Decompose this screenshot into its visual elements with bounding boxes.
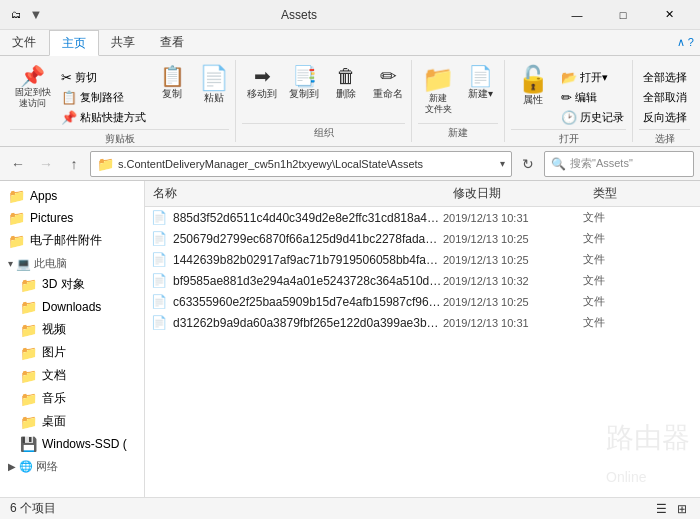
table-row[interactable]: 📄 d31262b9a9da60a3879fbf265e122d0a399ae3… [145, 312, 700, 333]
close-button[interactable]: ✕ [646, 0, 692, 30]
column-header-type[interactable]: 类型 [585, 181, 700, 206]
column-header-date[interactable]: 修改日期 [445, 181, 585, 206]
folder-icon-downloads: 📁 [20, 299, 37, 315]
sidebar-item-label-documents: 文档 [42, 367, 66, 384]
search-box[interactable]: 🔍 搜索"Assets" [544, 151, 694, 177]
folder-icon-documents: 📁 [20, 368, 37, 384]
list-view-icon[interactable]: ☰ [653, 502, 670, 516]
sidebar-item-label-downloads: Downloads [42, 300, 101, 314]
up-button[interactable]: ↑ [62, 152, 86, 176]
file-icon: 📄 [151, 231, 167, 246]
sidebar-item-apps[interactable]: 📁 Apps [0, 185, 144, 207]
tab-share[interactable]: 共享 [99, 30, 148, 55]
sidebar-section-network[interactable]: ▶ 🌐 网络 [0, 455, 144, 476]
sidebar-item-3dobjects[interactable]: 📁 3D 对象 [0, 273, 144, 296]
copy-path-button[interactable]: 📋 复制路径 [57, 88, 150, 107]
edit-label: 编辑 [575, 90, 597, 105]
copy-button[interactable]: 📋 复制 [152, 64, 192, 103]
open-icon: 📂 [561, 70, 577, 85]
quick-access-icon[interactable]: ▼ [28, 7, 44, 23]
sidebar-item-documents[interactable]: 📁 文档 [0, 364, 144, 387]
sidebar-item-videos[interactable]: 📁 视频 [0, 318, 144, 341]
folder-icon-email: 📁 [8, 233, 25, 249]
cut-button[interactable]: ✂ 剪切 [57, 68, 150, 87]
ribbon-group-new: 📁 新建文件夹 📄 新建▾ 新建 [412, 60, 505, 142]
select-none-label: 全部取消 [643, 90, 687, 105]
ribbon-group-open: 🔓 属性 📂 打开▾ ✏ 编辑 🕑 历史记录 [505, 60, 633, 142]
tab-home[interactable]: 主页 [49, 30, 99, 56]
ribbon-collapse-btn[interactable]: ∧ ? [671, 30, 700, 55]
rename-button[interactable]: ✏ 重命名 [368, 64, 408, 103]
minimize-button[interactable]: — [554, 0, 600, 30]
file-date: 2019/12/13 10:25 [443, 233, 583, 245]
new-folder-icon: 📁 [422, 66, 454, 92]
sidebar-item-email[interactable]: 📁 电子邮件附件 [0, 229, 144, 252]
file-type: 文件 [583, 231, 700, 246]
new-item-button[interactable]: 📄 新建▾ [460, 64, 500, 103]
col-type-label: 类型 [593, 185, 617, 202]
sidebar-item-label-videos: 视频 [42, 321, 66, 338]
new-items: 📁 新建文件夹 📄 新建▾ [418, 60, 498, 121]
ribbon-group-select: 全部选择 全部取消 反向选择 选择 [633, 60, 696, 142]
column-header-name[interactable]: 名称 [145, 181, 445, 206]
file-type: 文件 [583, 315, 700, 330]
organize-label: 组织 [242, 123, 405, 142]
paste-icon: 📄 [199, 66, 229, 90]
pin-icon: 📌 [20, 66, 45, 86]
invert-selection-button[interactable]: 反向选择 [639, 108, 691, 127]
properties-button[interactable]: 🔓 属性 [511, 64, 555, 109]
forward-button[interactable]: → [34, 152, 58, 176]
sidebar-item-desktop[interactable]: 📁 桌面 [0, 410, 144, 433]
sidebar-item-pictures2[interactable]: 📁 图片 [0, 341, 144, 364]
select-all-button[interactable]: 全部选择 [639, 68, 691, 87]
table-row[interactable]: 📄 885d3f52d6511c4d40c349d2e8e2ffc31cd818… [145, 207, 700, 228]
delete-button[interactable]: 🗑 删除 [326, 64, 366, 103]
sidebar-item-downloads[interactable]: 📁 Downloads [0, 296, 144, 318]
window-controls: — □ ✕ [554, 0, 692, 30]
sidebar-item-label-windowsssd: Windows-SSD ( [42, 437, 127, 451]
open-button[interactable]: 📂 打开▾ [557, 68, 628, 87]
grid-view-icon[interactable]: ⊞ [674, 502, 690, 516]
select-none-button[interactable]: 全部取消 [639, 88, 691, 107]
table-row[interactable]: 📄 c63355960e2f25baa5909b15d7e4afb15987cf… [145, 291, 700, 312]
sidebar-item-label-desktop: 桌面 [42, 413, 66, 430]
table-row[interactable]: 📄 1442639b82b02917af9ac71b7919506058bb4f… [145, 249, 700, 270]
copy-to-button[interactable]: 📑 复制到 [284, 64, 324, 103]
file-icon: 📄 [151, 273, 167, 288]
sidebar-item-label-3dobjects: 3D 对象 [42, 276, 85, 293]
paste-shortcut-button[interactable]: 📌 粘贴快捷方式 [57, 108, 150, 127]
clipboard-col: ✂ 剪切 📋 复制路径 📌 粘贴快捷方式 [57, 64, 150, 127]
sidebar-item-music[interactable]: 📁 音乐 [0, 387, 144, 410]
address-box[interactable]: 📁 s.ContentDeliveryManager_cw5n1h2txyewy… [90, 151, 512, 177]
table-row[interactable]: 📄 250679d2799ec6870f66a125d9d41bc2278fad… [145, 228, 700, 249]
sidebar-item-label-email: 电子邮件附件 [30, 232, 102, 249]
invert-selection-label: 反向选择 [643, 110, 687, 125]
tab-file[interactable]: 文件 [0, 30, 49, 55]
sidebar-item-label-thispc: 💻 [16, 257, 31, 271]
table-row[interactable]: 📄 bf9585ae881d3e294a4a01e5243728c364a510… [145, 270, 700, 291]
open-items: 🔓 属性 📂 打开▾ ✏ 编辑 🕑 历史记录 [511, 60, 626, 127]
ribbon-content: 📌 固定到快速访问 ✂ 剪切 📋 复制路径 📌 [0, 56, 700, 146]
folder-icon-windowsssd: 💾 [20, 436, 37, 452]
paste-button[interactable]: 📄 粘贴 [194, 64, 234, 107]
sidebar-item-label-music: 音乐 [42, 390, 66, 407]
tab-view[interactable]: 查看 [148, 30, 197, 55]
history-label: 历史记录 [580, 110, 624, 125]
sidebar-item-pictures[interactable]: 📁 Pictures [0, 207, 144, 229]
new-folder-button[interactable]: 📁 新建文件夹 [418, 64, 458, 117]
move-to-button[interactable]: ➡ 移动到 [242, 64, 282, 103]
history-button[interactable]: 🕑 历史记录 [557, 108, 628, 127]
maximize-button[interactable]: □ [600, 0, 646, 30]
folder-icon-pictures2: 📁 [20, 345, 37, 361]
pin-quick-access-button[interactable]: 📌 固定到快速访问 [10, 64, 55, 111]
sidebar-section-thispc[interactable]: ▾ 💻 此电脑 [0, 252, 144, 273]
select-label: 选择 [639, 129, 690, 148]
rename-label: 重命名 [373, 87, 403, 101]
sidebar-item-windowsssd[interactable]: 💾 Windows-SSD ( [0, 433, 144, 455]
edit-button[interactable]: ✏ 编辑 [557, 88, 628, 107]
copy-label: 复制 [162, 87, 182, 101]
back-button[interactable]: ← [6, 152, 30, 176]
refresh-button[interactable]: ↻ [516, 152, 540, 176]
cut-icon: ✂ [61, 70, 72, 85]
col-name-label: 名称 [153, 185, 177, 202]
